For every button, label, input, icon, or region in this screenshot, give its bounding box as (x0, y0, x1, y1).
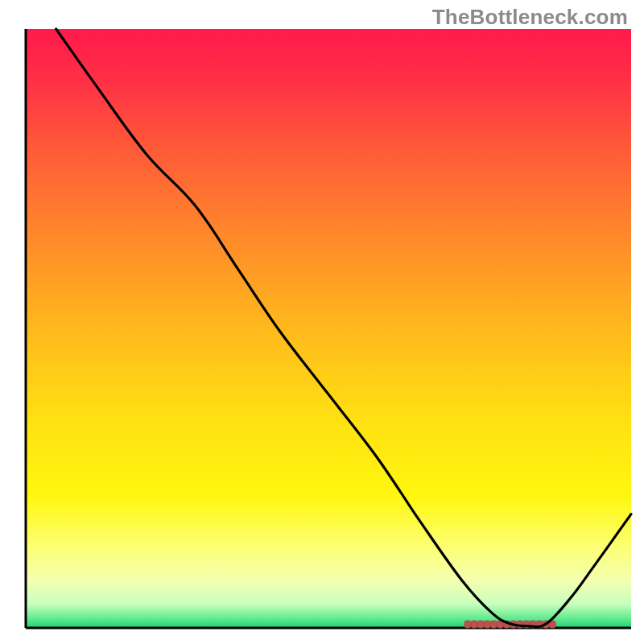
optimum-marker-dot (464, 621, 471, 628)
bottleneck-chart (0, 0, 644, 644)
optimum-marker-dot (490, 621, 497, 628)
optimum-marker-dot (484, 621, 490, 628)
optimum-marker-dot (477, 621, 484, 628)
optimum-marker-dot (471, 621, 477, 628)
chart-frame: TheBottleneck.com (0, 0, 644, 644)
plot-background (26, 29, 631, 628)
